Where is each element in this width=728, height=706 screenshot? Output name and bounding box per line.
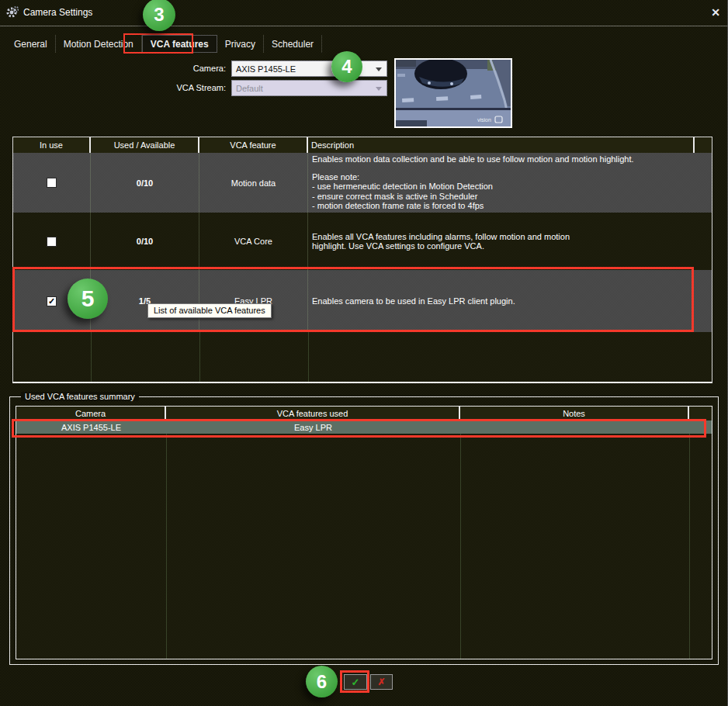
motion-data-feature: Motion data [199, 153, 308, 213]
features-table-header: In use Used / Available VCA feature Desc… [13, 137, 712, 153]
camera-preview: vision [394, 58, 512, 128]
summary-notes-cell [460, 420, 689, 434]
summary-camera-cell: AXIS P1455-LE [16, 420, 166, 434]
summary-table-header: Camera VCA features used Notes [16, 407, 712, 420]
grid-line [199, 332, 200, 382]
tab-scheduler[interactable]: Scheduler [264, 35, 322, 53]
title-bar: Camera Settings ✕ [0, 0, 728, 26]
camera-label: Camera: [124, 64, 226, 73]
vca-stream-label: VCA Stream: [124, 83, 226, 92]
camera-dropdown-value: AXIS P1455-LE [236, 64, 296, 74]
titlebar-separator [0, 26, 728, 26]
vca-stream-dropdown-value: Default [236, 84, 263, 93]
col-header-camera[interactable]: Camera [16, 407, 166, 420]
table-row-easy-lpr[interactable]: ✓ 1/5 Easy LPR Enables camera to be used… [13, 270, 712, 332]
settings-gear-icon [6, 6, 19, 19]
tab-motion-detection[interactable]: Motion Detection [56, 35, 142, 53]
col-header-vca-feature[interactable]: VCA feature [199, 137, 308, 153]
grid-line [689, 434, 690, 659]
vca-stream-dropdown[interactable]: Default [231, 80, 387, 96]
col-header-description[interactable]: Description [308, 137, 695, 153]
chevron-down-icon [376, 87, 382, 91]
camera-dropdown[interactable]: AXIS P1455-LE [231, 61, 387, 77]
vca-core-checkbox[interactable] [47, 237, 57, 247]
vca-core-feature: VCA Core [199, 213, 308, 270]
vca-core-description: Enables all VCA features including alarm… [308, 213, 712, 270]
tab-bar: General Motion Detection VCA features Pr… [6, 35, 322, 53]
easy-lpr-feature: Easy LPR [199, 270, 308, 332]
summary-features-cell: Easy LPR [166, 420, 460, 434]
table-row-motion-data[interactable]: 0/10 Motion data Enables motion data col… [13, 153, 712, 213]
motion-data-description: Enables motion data collection and be ab… [308, 153, 712, 213]
col-header-used-available[interactable]: Used / Available [91, 137, 199, 153]
camera-settings-window: Camera Settings ✕ General Motion Detecti… [0, 0, 728, 706]
tab-privacy[interactable]: Privacy [217, 35, 264, 53]
tab-vca-features[interactable]: VCA features [142, 35, 217, 53]
col-header-sliver [689, 407, 712, 420]
col-header-features-used[interactable]: VCA features used [166, 407, 460, 420]
tab-general[interactable]: General [6, 35, 56, 53]
features-table-empty-area [13, 332, 712, 382]
grid-line [308, 332, 309, 382]
cancel-button[interactable]: ✗ [370, 674, 393, 690]
groupbox-label: Used VCA features summary [21, 392, 139, 401]
motion-data-checkbox[interactable] [47, 178, 57, 188]
summary-table: Camera VCA features used Notes AXIS P145… [16, 406, 712, 659]
vca-core-used: 0/10 [91, 213, 199, 270]
summary-table-empty-area [16, 434, 712, 659]
grid-line [91, 332, 92, 382]
x-icon: ✗ [377, 677, 385, 687]
col-header-in-use[interactable]: In use [13, 137, 91, 153]
annotation-step-5: 5 [68, 279, 108, 319]
annotation-step-6: 6 [306, 666, 338, 697]
vca-features-tooltip: List of available VCA features [147, 303, 272, 318]
easy-lpr-description: Enables camera to be used in Easy LPR cl… [308, 270, 712, 332]
svg-text:vision: vision [477, 117, 491, 123]
col-header-notes[interactable]: Notes [460, 407, 689, 420]
annotation-step-4: 4 [331, 51, 362, 82]
camera-preview-image: vision [396, 60, 511, 126]
used-vca-features-groupbox: Used VCA features summary Camera VCA fea… [9, 396, 719, 665]
chevron-down-icon [376, 67, 382, 71]
grid-line [460, 434, 461, 659]
easy-lpr-checkbox[interactable]: ✓ [47, 296, 57, 306]
summary-row-axis-p1455[interactable]: AXIS P1455-LE Easy LPR [16, 420, 712, 434]
table-row-vca-core[interactable]: 0/10 VCA Core Enables all VCA features i… [13, 213, 712, 270]
ok-button[interactable]: ✓ [344, 674, 367, 690]
grid-line [166, 434, 167, 659]
check-icon: ✓ [352, 677, 360, 688]
col-header-sliver [695, 137, 712, 153]
annotation-step-3: 3 [143, 0, 175, 31]
window-title: Camera Settings [23, 7, 92, 18]
motion-data-used: 0/10 [91, 153, 199, 213]
close-icon[interactable]: ✕ [708, 6, 723, 20]
vca-features-table: In use Used / Available VCA feature Desc… [12, 137, 712, 383]
